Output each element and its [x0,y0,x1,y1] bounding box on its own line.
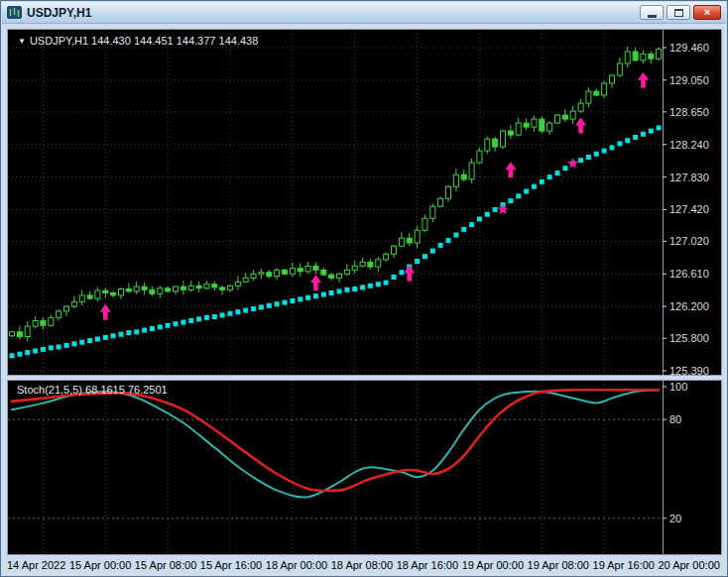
time-axis-label: 19 Apr 08:00 [528,559,589,571]
titlebar[interactable]: USDJPY,H1 × [2,2,726,24]
buy-arrow-icon [100,304,111,320]
buy-arrow-icon [505,162,516,177]
svg-text:80: 80 [669,413,681,425]
time-axis-label: 18 Apr 08:00 [331,559,393,571]
close-icon: × [704,6,710,19]
time-axis-label: 15 Apr 00:00 [69,559,131,571]
maximize-icon [674,9,683,17]
mt4-chart-window: USDJPY,H1 × 129.460129.050128.650128.240… [0,0,728,577]
stoch-signal-line [12,390,659,491]
svg-text:128.240: 128.240 [669,139,709,151]
time-axis-label: 15 Apr 16:00 [200,559,262,571]
svg-text:20: 20 [669,513,681,524]
chart-area: 129.460129.050128.650128.240127.830127.4… [7,29,722,555]
window-title: USDJPY,H1 [27,2,640,24]
chart-window-icon [7,6,22,19]
close-button[interactable]: × [693,5,721,20]
time-axis-label: 15 Apr 08:00 [135,559,196,571]
svg-text:125.390: 125.390 [669,365,709,375]
buy-arrow-icon [310,275,321,290]
stoch-lines-layer [12,390,659,497]
time-axis-label: 14 Apr 2022 [7,559,65,571]
time-axis-label: 19 Apr 16:00 [593,559,655,571]
svg-text:128.650: 128.650 [669,106,709,118]
ohlc-collapse-icon[interactable]: ▼ [18,37,26,46]
stoch-chart-svg[interactable]: 1008020 [8,381,721,554]
main-chart-pane: 129.460129.050128.650128.240127.830127.4… [7,29,722,376]
signal-arrows-layer [100,72,649,320]
stoch-grid-layer [8,381,663,554]
main-chart-svg[interactable]: 129.460129.050128.650128.240127.830127.4… [8,30,721,375]
svg-text:127.420: 127.420 [669,203,709,215]
svg-text:126.200: 126.200 [669,300,709,312]
price-axis: 129.460129.050128.650128.240127.830127.4… [663,30,709,375]
window-controls: × [640,5,721,20]
svg-text:100: 100 [669,381,687,393]
star-icon [567,158,578,169]
time-axis[interactable]: 14 Apr 2022 15 Apr 00:00 15 Apr 08:00 15… [7,556,720,573]
time-axis-label: 20 Apr 00:00 [658,559,719,571]
ohlc-text: USDJPY,H1 144.430 144.451 144.377 144.43… [30,35,258,47]
svg-text:127.020: 127.020 [669,235,709,247]
minimize-button[interactable] [640,5,664,20]
stoch-indicator-pane: 1008020 Stoch(21,5,5) 68.1615 76.2501 [7,380,722,555]
stoch-indicator-label: Stoch(21,5,5) 68.1615 76.2501 [17,384,168,396]
time-axis-label: 19 Apr 00:00 [462,559,524,571]
candles-layer [10,47,662,342]
time-axis-label: 18 Apr 00:00 [266,559,327,571]
maximize-button[interactable] [667,5,690,20]
star-icon [497,203,508,214]
svg-text:129.050: 129.050 [669,74,709,86]
time-axis-label: 18 Apr 16:00 [397,559,458,571]
stoch-axis: 1008020 [663,381,687,554]
svg-text:126.610: 126.610 [669,268,709,280]
buy-arrow-icon [404,265,415,281]
svg-text:129.460: 129.460 [669,42,709,54]
grid-layer [8,30,663,375]
svg-text:127.830: 127.830 [669,172,709,183]
ohlc-quote-line: ▼USDJPY,H1 144.430 144.451 144.377 144.4… [18,35,258,47]
minimize-icon [648,15,657,18]
stoch-main-line [12,390,659,497]
svg-text:125.800: 125.800 [669,332,709,344]
buy-arrow-icon [575,118,586,134]
